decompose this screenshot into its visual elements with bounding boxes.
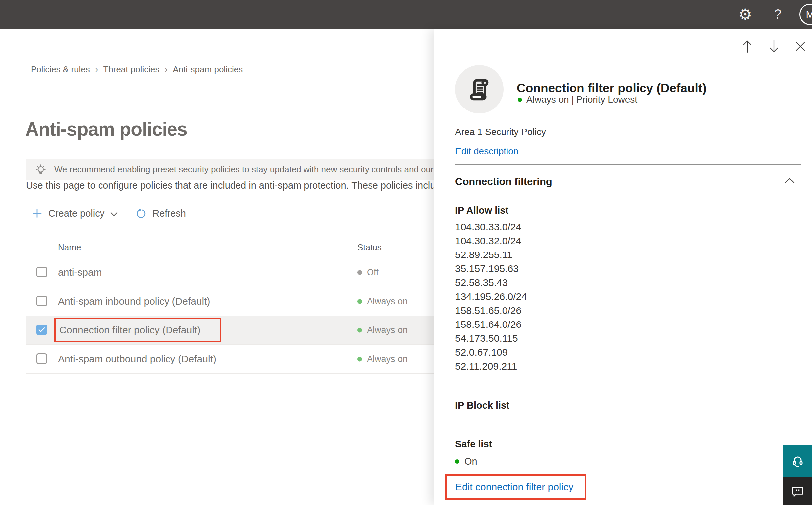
status-dot-icon <box>357 328 362 332</box>
ip-entry: 52.58.35.43 <box>455 276 527 290</box>
status-dot-icon <box>357 357 362 361</box>
flyout-title: Connection filter policy (Default) <box>517 81 706 95</box>
policy-name[interactable]: Anti-spam inbound policy (Default) <box>58 296 210 307</box>
avatar-initial: M <box>806 9 812 20</box>
row-checkbox[interactable] <box>36 296 47 306</box>
row-checkbox-checked[interactable] <box>36 325 47 335</box>
ip-entry: 158.51.65.0/26 <box>455 304 527 318</box>
create-policy-button[interactable]: Create policy <box>32 208 118 219</box>
feedback-bubble-icon <box>790 484 805 499</box>
section-title-connection-filtering: Connection filtering <box>455 176 552 188</box>
status-dot-icon <box>518 98 522 102</box>
breadcrumb-anti-spam-policies[interactable]: Anti-spam policies <box>173 64 243 75</box>
ip-entry: 134.195.26.0/24 <box>455 290 527 304</box>
lightbulb-icon <box>34 163 48 177</box>
chevron-up-icon <box>785 178 795 183</box>
ip-entry: 158.51.64.0/26 <box>455 318 527 331</box>
edit-description-link[interactable]: Edit description <box>455 146 519 157</box>
column-header-status[interactable]: Status <box>357 242 382 252</box>
status-dot-icon <box>455 459 459 464</box>
status-label: Always on <box>367 325 408 335</box>
status-dot-icon <box>357 270 362 275</box>
refresh-label: Refresh <box>152 208 186 219</box>
policy-name[interactable]: Anti-spam outbound policy (Default) <box>58 353 216 365</box>
support-button[interactable] <box>784 445 812 477</box>
headset-icon <box>790 453 806 469</box>
breadcrumb-separator-icon: › <box>165 64 168 75</box>
status-label: Off <box>367 268 379 278</box>
highlight-red-box: Connection filter policy (Default) <box>54 318 221 342</box>
safe-list-title: Safe list <box>455 439 492 450</box>
top-bar: ⚙ ? M <box>0 0 812 28</box>
breadcrumb-separator-icon: › <box>95 64 98 75</box>
ip-entry: 35.157.195.63 <box>455 262 527 276</box>
plus-icon <box>32 208 42 219</box>
close-icon <box>795 41 806 52</box>
safe-list-status-label: On <box>464 456 477 467</box>
policy-name[interactable]: anti-spam <box>58 267 102 278</box>
edit-connection-filter-policy-link[interactable]: Edit connection filter policy <box>455 481 573 493</box>
status-badge: Always on <box>357 296 408 307</box>
status-badge: Off <box>357 268 379 278</box>
policy-description: Area 1 Security Policy <box>455 127 546 137</box>
column-header-name[interactable]: Name <box>58 242 81 252</box>
status-badge: Always on <box>357 354 408 364</box>
policy-name[interactable]: Connection filter policy (Default) <box>59 325 200 336</box>
policy-avatar <box>455 65 503 114</box>
status-badge: Always on <box>357 325 408 335</box>
flyout-status-line: Always on | Priority Lowest <box>518 94 637 105</box>
row-checkbox[interactable] <box>36 267 47 278</box>
policy-details-flyout: Connection filter policy (Default) Alway… <box>434 28 812 505</box>
ip-entry: 54.173.50.115 <box>455 331 527 345</box>
divider <box>455 164 801 165</box>
safe-list-status: On <box>455 456 477 467</box>
arrow-up-icon <box>742 40 753 53</box>
breadcrumb-policies-rules[interactable]: Policies & rules <box>31 64 90 75</box>
page-title: Anti-spam policies <box>25 118 187 140</box>
check-icon <box>38 327 45 332</box>
previous-item-button[interactable] <box>741 40 754 53</box>
ip-entry: 52.89.255.11 <box>455 248 527 262</box>
avatar[interactable]: M <box>799 4 812 25</box>
status-label: Always on <box>367 354 408 364</box>
ip-entry: 104.30.32.0/24 <box>455 234 527 248</box>
ip-entry: 104.30.33.0/24 <box>455 220 527 234</box>
collapse-section-button[interactable] <box>785 178 795 185</box>
close-flyout-button[interactable] <box>794 40 807 53</box>
help-icon[interactable]: ? <box>774 7 782 22</box>
breadcrumb-threat-policies[interactable]: Threat policies <box>103 64 159 75</box>
feedback-button[interactable] <box>784 477 812 505</box>
flyout-status-text: Always on | Priority Lowest <box>527 94 637 105</box>
create-policy-label: Create policy <box>48 208 105 219</box>
scroll-icon <box>466 76 492 102</box>
status-label: Always on <box>367 296 408 307</box>
breadcrumb: Policies & rules › Threat policies › Ant… <box>31 64 243 75</box>
ip-allow-list-title: IP Allow list <box>455 205 509 216</box>
ip-entry: 52.0.67.109 <box>455 345 527 359</box>
settings-gear-icon[interactable]: ⚙ <box>738 3 752 26</box>
chevron-down-icon <box>111 212 118 216</box>
refresh-icon <box>135 207 147 219</box>
toolbar: Create policy Refresh <box>32 204 186 222</box>
highlight-red-box: Edit connection filter policy <box>445 475 586 500</box>
row-checkbox[interactable] <box>36 353 47 364</box>
ip-allow-list: 104.30.33.0/24 104.30.32.0/24 52.89.255.… <box>455 220 527 373</box>
ip-entry: 52.11.209.211 <box>455 359 527 373</box>
next-item-button[interactable] <box>767 40 781 53</box>
app-window: ⚙ ? M Policies & rules › Threat policies… <box>0 0 812 505</box>
arrow-down-icon <box>768 40 780 53</box>
status-dot-icon <box>357 299 362 304</box>
refresh-button[interactable]: Refresh <box>135 207 186 219</box>
ip-block-list-title: IP Block list <box>455 400 510 411</box>
